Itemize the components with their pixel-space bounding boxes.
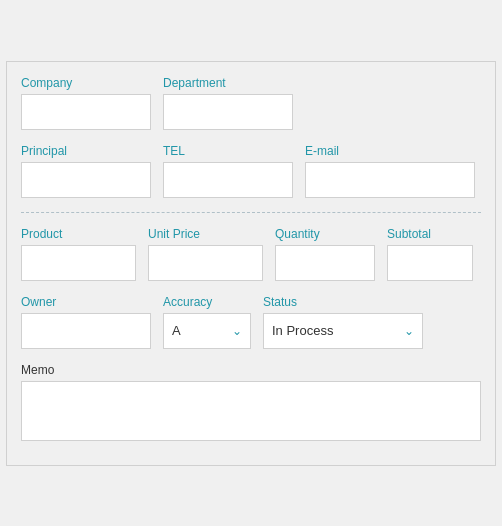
label-memo: Memo [21,363,481,377]
label-subtotal: Subtotal [387,227,473,241]
group-status: Status In Process ⌄ [263,295,423,349]
input-tel[interactable] [163,162,293,198]
input-unit-price[interactable] [148,245,263,281]
input-subtotal[interactable] [387,245,473,281]
group-accuracy: Accuracy A ⌄ [163,295,251,349]
input-memo[interactable] [21,381,481,441]
group-department: Department [163,76,293,130]
group-unit-price: Unit Price [148,227,263,281]
label-principal: Principal [21,144,151,158]
section-divider [21,212,481,213]
group-quantity: Quantity [275,227,375,281]
section-memo: Memo [21,363,481,441]
input-principal[interactable] [21,162,151,198]
group-memo: Memo [21,363,481,441]
group-principal: Principal [21,144,151,198]
input-product[interactable] [21,245,136,281]
label-department: Department [163,76,293,90]
label-quantity: Quantity [275,227,375,241]
group-tel: TEL [163,144,293,198]
group-subtotal: Subtotal [387,227,473,281]
group-email: E-mail [305,144,475,198]
group-company: Company [21,76,151,130]
row-owner-accuracy-status: Owner Accuracy A ⌄ Status In Process ⌄ [21,295,481,349]
label-product: Product [21,227,136,241]
input-owner[interactable] [21,313,151,349]
label-email: E-mail [305,144,475,158]
accuracy-value: A [172,323,228,338]
row-company-department: Company Department [21,76,481,130]
label-tel: TEL [163,144,293,158]
form-container: Company Department Principal TEL E-mail … [6,61,496,466]
input-email[interactable] [305,162,475,198]
accuracy-chevron-icon: ⌄ [232,324,242,338]
input-department[interactable] [163,94,293,130]
label-status: Status [263,295,423,309]
input-company[interactable] [21,94,151,130]
row-principal-tel-email: Principal TEL E-mail [21,144,481,198]
label-unit-price: Unit Price [148,227,263,241]
label-accuracy: Accuracy [163,295,251,309]
label-company: Company [21,76,151,90]
row-product-details: Product Unit Price Quantity Subtotal [21,227,481,281]
group-product: Product [21,227,136,281]
accuracy-select[interactable]: A ⌄ [163,313,251,349]
group-owner: Owner [21,295,151,349]
status-value: In Process [272,323,400,338]
status-select[interactable]: In Process ⌄ [263,313,423,349]
label-owner: Owner [21,295,151,309]
status-chevron-icon: ⌄ [404,324,414,338]
input-quantity[interactable] [275,245,375,281]
